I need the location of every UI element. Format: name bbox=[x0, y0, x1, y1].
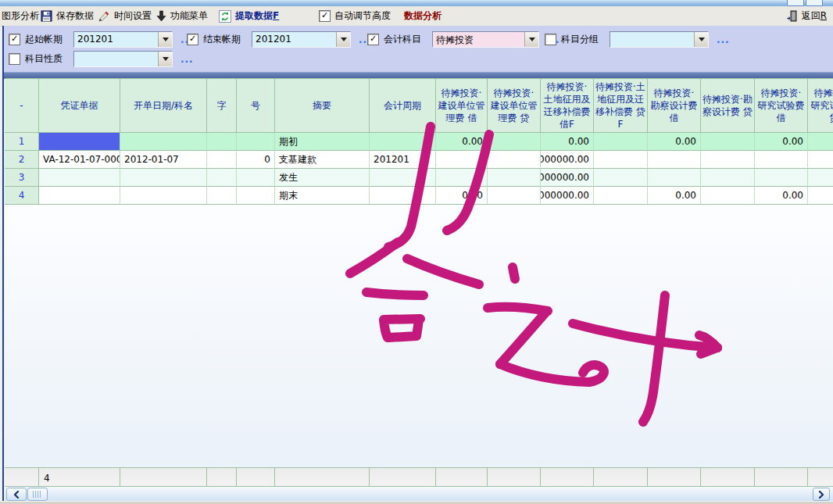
column-header[interactable]: 凭证单据 bbox=[39, 78, 120, 133]
grid-cell[interactable]: 期末 bbox=[275, 187, 370, 205]
grid-cell[interactable]: 201201 bbox=[370, 151, 436, 169]
time-setting-button[interactable]: 时间设置 bbox=[98, 6, 152, 26]
data-analysis-button[interactable]: 数据分析 bbox=[404, 6, 442, 26]
column-header[interactable]: 开单日期/科名 bbox=[120, 78, 207, 133]
grid-cell[interactable]: 0.00 bbox=[648, 187, 701, 205]
grid-cell[interactable] bbox=[237, 169, 275, 187]
column-header[interactable]: 号 bbox=[237, 78, 275, 133]
grid-cell[interactable] bbox=[39, 169, 120, 187]
extract-data-button[interactable]: 提取数据F bbox=[219, 6, 279, 26]
grid-cell[interactable] bbox=[808, 133, 833, 151]
grid-cell[interactable]: 0.00 bbox=[541, 133, 594, 151]
start-period-combo[interactable]: 201201 bbox=[73, 31, 173, 48]
column-header[interactable]: 字 bbox=[207, 78, 237, 133]
subject-group-combo[interactable] bbox=[610, 31, 709, 48]
grid-cell[interactable] bbox=[488, 187, 541, 205]
grid-cell[interactable] bbox=[207, 151, 237, 169]
grid-cell[interactable] bbox=[594, 151, 648, 169]
column-header[interactable]: 待摊投资·土地征用及迁移补偿费 借F bbox=[541, 78, 594, 133]
grid-cell[interactable]: 1000000.00 bbox=[541, 151, 594, 169]
grid-cell[interactable] bbox=[808, 187, 833, 205]
column-header[interactable]: 待摊投资·勘察设计费 借 bbox=[648, 78, 701, 133]
column-header[interactable]: - bbox=[5, 78, 39, 133]
grid-cell[interactable] bbox=[370, 187, 436, 205]
window-button[interactable] bbox=[787, 0, 804, 6]
grid-cell[interactable] bbox=[808, 151, 833, 169]
grid-cell[interactable]: 4 bbox=[5, 187, 39, 205]
column-header[interactable]: 待摊投资·建设单位管理费 借 bbox=[436, 78, 488, 133]
grid-cell[interactable] bbox=[755, 169, 808, 187]
subject-nature-more-button[interactable]: ... bbox=[181, 54, 194, 65]
dropdown-arrow-icon[interactable] bbox=[524, 32, 538, 47]
graph-analysis-button[interactable]: 图形分析 bbox=[2, 6, 39, 26]
grid-cell[interactable]: 3 bbox=[5, 169, 39, 187]
subject-nature-combo[interactable] bbox=[73, 51, 173, 67]
grid-cell[interactable]: 2012-01-07 bbox=[120, 151, 207, 169]
column-header[interactable]: 待摊投资·建设单位管理费 贷 bbox=[488, 78, 541, 133]
grid-cell[interactable] bbox=[648, 151, 701, 169]
grid-cell[interactable] bbox=[207, 169, 237, 187]
grid-cell[interactable]: 0.00 bbox=[436, 133, 488, 151]
subject-group-checkbox[interactable] bbox=[545, 34, 556, 45]
start-period-checkbox[interactable]: ✓ bbox=[9, 34, 20, 45]
grid-cell[interactable] bbox=[488, 169, 541, 187]
grid-cell[interactable]: 0.00 bbox=[436, 187, 488, 205]
scroll-right-button[interactable] bbox=[813, 488, 830, 501]
grid-cell[interactable]: 支基建款 bbox=[275, 151, 370, 169]
grid-cell[interactable] bbox=[436, 169, 488, 187]
grid-cell[interactable] bbox=[648, 169, 701, 187]
subject-nature-checkbox[interactable] bbox=[9, 53, 20, 65]
grid-cell[interactable] bbox=[207, 187, 237, 205]
grid-cell[interactable] bbox=[39, 187, 120, 205]
dropdown-arrow-icon[interactable] bbox=[158, 32, 172, 47]
grid-cell[interactable] bbox=[237, 133, 275, 151]
window-button[interactable] bbox=[806, 0, 823, 6]
grid-cell[interactable] bbox=[594, 187, 648, 205]
auto-height-checkbox[interactable]: ✓ bbox=[319, 10, 331, 22]
grid-cell[interactable] bbox=[594, 169, 648, 187]
column-header[interactable]: 待摊投资·研究试验费 借 bbox=[755, 78, 808, 133]
horizontal-scrollbar[interactable] bbox=[5, 487, 833, 501]
grid-cell[interactable]: 0 bbox=[237, 151, 275, 169]
grid-cell[interactable] bbox=[370, 169, 436, 187]
grid-cell[interactable] bbox=[120, 133, 207, 151]
column-header[interactable]: 摘要 bbox=[275, 78, 370, 133]
grid-cell[interactable] bbox=[701, 151, 755, 169]
dropdown-arrow-icon[interactable] bbox=[336, 32, 350, 47]
grid-cell[interactable]: 0.00 bbox=[755, 133, 808, 151]
subject-checkbox[interactable]: ✓ bbox=[367, 34, 379, 45]
scroll-left-button[interactable] bbox=[6, 488, 27, 501]
grid-cell[interactable] bbox=[701, 133, 755, 151]
grid-cell[interactable]: 期初 bbox=[275, 133, 370, 151]
grid-cell[interactable] bbox=[755, 151, 808, 169]
grid-cell[interactable] bbox=[488, 133, 541, 151]
return-button[interactable]: 返回R bbox=[786, 6, 827, 26]
save-data-button[interactable]: 保存数据 bbox=[41, 6, 94, 26]
grid-cell[interactable]: 发生 bbox=[275, 169, 370, 187]
grid-cell[interactable] bbox=[808, 169, 833, 187]
grid-cell[interactable]: VA-12-01-07-0002 bbox=[39, 151, 120, 169]
grid-cell[interactable]: 0.00 bbox=[755, 187, 808, 205]
grid-cell[interactable] bbox=[436, 151, 488, 169]
grid-cell[interactable]: 1 bbox=[5, 133, 39, 151]
grid-cell[interactable] bbox=[39, 133, 120, 151]
grid-cell[interactable]: 1000000.00 bbox=[541, 187, 594, 205]
column-header[interactable]: 待摊投资·研究试验费 贷 bbox=[808, 78, 833, 133]
grid-cell[interactable]: 2 bbox=[5, 151, 39, 169]
grid-cell[interactable] bbox=[120, 169, 207, 187]
grid-cell[interactable] bbox=[370, 133, 436, 151]
column-header[interactable]: 待摊投资·勘察设计费 贷 bbox=[701, 78, 755, 133]
grid-cell[interactable]: 0.00 bbox=[648, 133, 701, 151]
grid-cell[interactable] bbox=[237, 187, 275, 205]
grid-cell[interactable] bbox=[120, 187, 207, 205]
dropdown-arrow-icon[interactable] bbox=[694, 32, 708, 47]
grid-cell[interactable] bbox=[488, 151, 541, 169]
scrollbar-thumb[interactable] bbox=[27, 488, 48, 501]
end-period-checkbox[interactable]: ✓ bbox=[187, 34, 198, 45]
column-header[interactable]: 会计周期 bbox=[370, 78, 436, 133]
grid-cell[interactable] bbox=[207, 133, 237, 151]
grid-cell[interactable]: 1000000.00 bbox=[541, 169, 594, 187]
subject-combo[interactable]: 待摊投资 bbox=[432, 31, 539, 48]
dropdown-arrow-icon[interactable] bbox=[158, 52, 172, 66]
function-menu-button[interactable]: 功能菜单 bbox=[156, 6, 208, 26]
